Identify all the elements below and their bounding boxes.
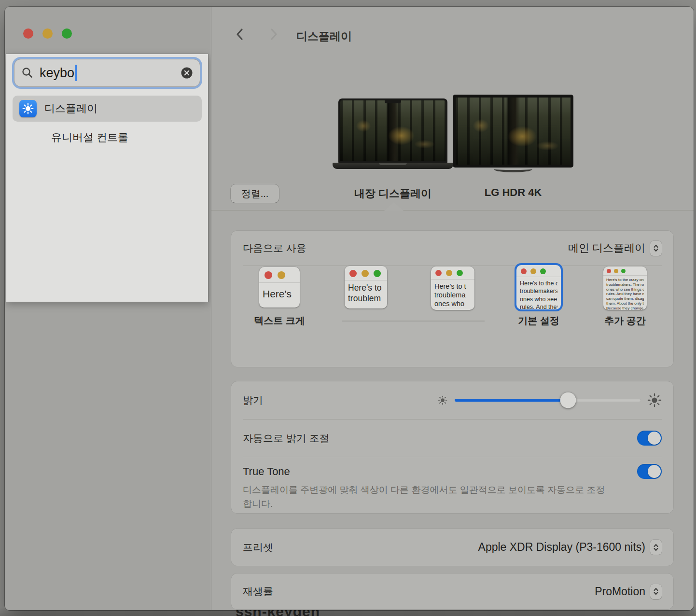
sidebar: keybo [5, 7, 211, 610]
refresh-rate-card: 재생률 ProMotion [231, 574, 673, 609]
traffic-light-yellow-icon [614, 269, 618, 273]
window-preview-titlebar [516, 265, 561, 277]
text-cursor [75, 65, 77, 81]
traffic-light-yellow-icon [446, 270, 452, 276]
brightness-slider[interactable] [455, 392, 640, 408]
preset-value: Apple XDR Display (P3-1600 nits) [478, 541, 645, 554]
traffic-light-green-icon [621, 269, 626, 273]
use-as-select[interactable] [650, 241, 662, 256]
true-tone-label: True Tone [243, 465, 290, 478]
section-divider [211, 210, 694, 210]
traffic-light-red-icon [607, 269, 611, 273]
refresh-rate-select[interactable] [650, 584, 662, 599]
search-icon [21, 67, 34, 79]
use-as-value: 메인 디스플레이 [568, 241, 645, 255]
traffic-light-red-icon [264, 271, 272, 279]
wallpaper-image [456, 98, 571, 165]
auto-brightness-row: 자동으로 밝기 조절 [231, 420, 673, 457]
preset-label: 프리셋 [243, 541, 273, 554]
built-in-display-name: 내장 디스플레이 [335, 186, 451, 201]
traffic-light-green-icon [374, 270, 381, 277]
true-tone-row: True Tone 디스플레이를 주변광에 맞춰 색상이 다른 환경에서도 일관… [231, 457, 673, 511]
brightness-thumb[interactable] [560, 392, 576, 408]
brightness-high-icon [647, 393, 662, 407]
preset-card: 프리셋 Apple XDR Display (P3-1600 nits) [231, 529, 673, 566]
use-as-row: 다음으로 사용 메인 디스플레이 [231, 231, 673, 266]
brightness-low-icon [437, 395, 448, 406]
traffic-light-yellow-icon [530, 268, 536, 274]
toggle-knob [648, 432, 661, 445]
search-result-label: 유니버설 컨트롤 [51, 130, 128, 145]
window-preview-text: Here's to t troublema ones who [431, 280, 474, 310]
wallpaper-image [340, 100, 445, 161]
traffic-light-red-icon [435, 270, 442, 276]
search-result-universal-control[interactable]: 유니버설 컨트롤 [13, 125, 202, 151]
text-size-option-3[interactable]: Here's to t troublema ones who [431, 266, 474, 310]
page-title: 디스플레이 [296, 29, 352, 44]
search-result-label: 디스플레이 [44, 101, 97, 116]
preset-row: 프리셋 Apple XDR Display (P3-1600 nits) [231, 529, 673, 566]
laptop-base [333, 163, 453, 169]
auto-brightness-toggle[interactable] [637, 431, 662, 446]
use-as-label: 다음으로 사용 [243, 241, 306, 255]
zoom-window-button[interactable] [62, 28, 72, 39]
selected-display-pointer [384, 202, 404, 210]
display-settings-pane: 디스플레이 내장 디스플레이 LG HDR 4K 정렬... 다음으로 사용 메… [211, 7, 694, 610]
window-preview-text: Here's to troublem [345, 280, 387, 307]
search-input[interactable]: keybo [14, 59, 200, 87]
text-size-options: Here's Here's to troublem [231, 266, 673, 347]
window-preview-titlebar [345, 266, 387, 280]
brightness-row: 밝기 [231, 381, 673, 419]
text-size-option-larger-text[interactable]: Here's [259, 267, 300, 308]
external-display-thumbnail[interactable] [453, 95, 573, 168]
display-mode-card: 다음으로 사용 메인 디스플레이 [231, 231, 673, 367]
text-size-option-more-space[interactable]: Here's to the crazy one troublemakers. T… [603, 266, 647, 310]
brightness-label: 밝기 [243, 393, 263, 407]
notch [385, 100, 401, 103]
brightness-fill [455, 399, 568, 402]
external-display-name: LG HDR 4K [455, 186, 571, 199]
monitor-stand [494, 166, 532, 172]
arrange-displays-button[interactable]: 정렬... [231, 184, 279, 203]
preset-select[interactable] [650, 540, 662, 555]
window-preview-titlebar [259, 267, 300, 283]
true-tone-toggle[interactable] [637, 464, 662, 479]
search-result-displays[interactable]: 디스플레이 [13, 96, 202, 122]
text-size-label-more-space: 추가 공간 [589, 314, 661, 327]
forward-button[interactable] [269, 27, 279, 42]
traffic-light-yellow-icon [362, 270, 369, 277]
close-window-button[interactable] [23, 28, 33, 39]
text-size-track [342, 321, 485, 322]
back-button[interactable] [234, 27, 245, 42]
built-in-display-thumbnail[interactable] [338, 98, 447, 163]
window-preview-titlebar [603, 266, 647, 276]
text-size-label-default: 기본 설정 [502, 314, 575, 327]
window-preview-text: Here's to the cr troublemakers. ones who… [516, 277, 561, 309]
system-settings-window: keybo [5, 7, 694, 610]
display-settings-icon [19, 100, 37, 117]
text-size-option-default[interactable]: Here's to the cr troublemakers. ones who… [516, 265, 561, 309]
true-tone-description: 디스플레이를 주변광에 맞춰 색상이 다른 환경에서도 일관적으로 보이도록 자… [243, 483, 610, 511]
traffic-light-yellow-icon [278, 271, 285, 279]
text-size-label-larger: 텍스트 크게 [243, 314, 316, 327]
traffic-light-red-icon [521, 268, 527, 274]
window-preview-text: Here's to the crazy one troublemakers. T… [603, 276, 647, 310]
window-preview-titlebar [431, 266, 474, 280]
auto-brightness-label: 자동으로 밝기 조절 [243, 432, 330, 445]
refresh-rate-row: 재생률 ProMotion [231, 574, 673, 609]
traffic-light-green-icon [457, 270, 463, 276]
window-preview-text: Here's [259, 283, 300, 303]
toggle-knob [648, 465, 661, 478]
clear-search-button[interactable] [181, 67, 193, 79]
search-results-popover: keybo [6, 54, 208, 302]
traffic-light-green-icon [540, 268, 546, 274]
search-query-text: keybo [40, 66, 74, 81]
minimize-window-button[interactable] [42, 28, 53, 39]
text-size-option-2[interactable]: Here's to troublem [345, 266, 387, 308]
traffic-light-red-icon [349, 270, 357, 277]
refresh-rate-label: 재생률 [243, 585, 273, 598]
refresh-rate-value: ProMotion [595, 585, 645, 598]
brightness-card: 밝기 [231, 381, 673, 513]
